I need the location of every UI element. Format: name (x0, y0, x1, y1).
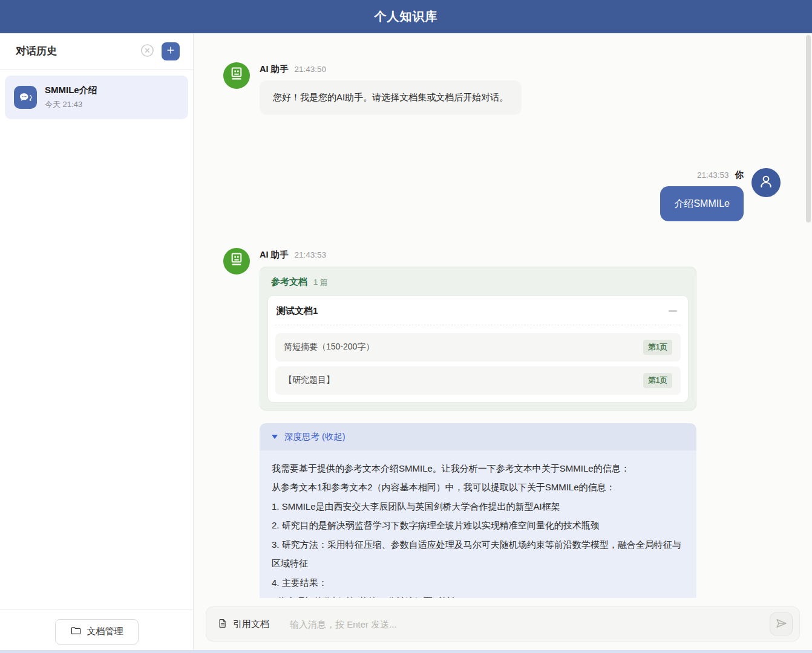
conversation-item-smmile[interactable]: SMMILe介绍 今天 21:43 (5, 76, 188, 119)
message-body: AI 助手 21:43:50 您好！我是您的AI助手。请选择文档集或文档后开始对… (260, 62, 522, 115)
app-title: 个人知识库 (375, 8, 438, 25)
robot-icon (228, 251, 246, 271)
conversation-history-title: 对话历史 (16, 44, 57, 58)
chat-main: AI 助手 21:43:50 您好！我是您的AI助手。请选择文档集或文档后开始对… (194, 33, 812, 653)
manage-documents-label: 文档管理 (87, 626, 123, 637)
scrollbar-thumb[interactable] (806, 35, 811, 223)
message-body: 21:43:53 你 介绍SMMILe (660, 168, 744, 221)
thinking-line: 3. 研究方法：采用特征压缩、参数自适应处理及马尔可夫随机场约束等前沿数学模型，… (272, 535, 684, 573)
message-meta: AI 助手 21:43:50 (260, 63, 522, 75)
ai-avatar (223, 248, 250, 275)
sender-name: AI 助手 (260, 63, 289, 75)
thinking-line: - 将病理切片分析时间从约20分钟缩短至1秒钟 (272, 592, 684, 598)
clear-history-button[interactable] (140, 44, 154, 59)
document-card-header: 测试文档1 (275, 305, 681, 317)
message-time: 21:43:53 (697, 171, 729, 180)
sidebar-header: 对话历史 (0, 33, 193, 70)
message-time: 21:43:50 (295, 65, 327, 74)
ai-answer-message: AI 助手 21:43:53 参考文档 1 篇 测试文档1 (223, 248, 781, 599)
user-avatar (751, 168, 781, 197)
ai-greeting-message: AI 助手 21:43:50 您好！我是您的AI助手。请选择文档集或文档后开始对… (223, 62, 781, 115)
thinking-line: 我需要基于提供的参考文本介绍SMMILe。让我分析一下参考文本中关于SMMILe… (272, 459, 684, 478)
ai-message-bubble: 您好！我是您的AI助手。请选择文档集或文档后开始对话。 (260, 80, 522, 115)
snippet-text: 【研究题目】 (284, 375, 335, 386)
sidebar-footer: 文档管理 (0, 609, 193, 653)
thinking-line: 2. 研究目的是解决弱监督学习下数字病理全玻片难以实现精准空间量化的技术瓶颈 (272, 516, 684, 535)
references-header: 参考文档 1 篇 (260, 267, 696, 295)
ai-avatar (223, 62, 250, 89)
folder-icon (70, 625, 82, 638)
app-header: 个人知识库 (0, 0, 812, 33)
reference-document-button[interactable]: 引用文档 (216, 616, 270, 633)
divider (275, 325, 681, 325)
collapse-document-button[interactable] (666, 308, 679, 314)
composer: 引用文档 (194, 598, 812, 650)
manage-documents-button[interactable]: 文档管理 (55, 619, 139, 645)
thinking-line: 从参考文本1和参考文本2（内容基本相同）中，我可以提取以下关于SMMILe的信息… (272, 478, 684, 497)
sidebar: 对话历史 (0, 33, 194, 653)
sidebar-actions (140, 42, 180, 60)
reference-document-label: 引用文档 (233, 619, 269, 630)
conversation-title: SMMILe介绍 (45, 85, 97, 96)
message-meta: AI 助手 21:43:53 (260, 249, 696, 261)
snippet-row[interactable]: 【研究题目】 第1页 (275, 366, 681, 395)
thinking-toggle[interactable]: 深度思考 (收起) (260, 423, 696, 450)
references-title: 参考文档 (271, 276, 307, 288)
close-circle-icon (140, 44, 154, 59)
message-body: AI 助手 21:43:53 参考文档 1 篇 测试文档1 (260, 248, 696, 599)
message-meta: 21:43:53 你 (697, 169, 744, 181)
document-icon (217, 618, 228, 631)
thinking-content: 我需要基于提供的参考文本介绍SMMILe。让我分析一下参考文本中关于SMMILe… (260, 450, 696, 599)
user-message-bubble: 介绍SMMILe (660, 186, 744, 221)
person-icon (757, 172, 775, 193)
page-badge: 第1页 (643, 340, 672, 355)
plus-icon (165, 44, 177, 58)
new-conversation-button[interactable] (162, 42, 180, 60)
message-input[interactable] (290, 619, 770, 629)
sender-name: 你 (735, 169, 744, 181)
snippet-row[interactable]: 简短摘要（150-200字） 第1页 (275, 333, 681, 362)
conversation-list: SMMILe介绍 今天 21:43 (0, 70, 193, 609)
composer-bar: 引用文档 (206, 606, 800, 642)
document-title: 测试文档1 (277, 305, 318, 317)
chat-bubbles-icon (14, 86, 37, 109)
minus-icon (669, 310, 677, 312)
references-count: 1 篇 (313, 277, 328, 288)
send-button[interactable] (770, 612, 793, 635)
conversation-time: 今天 21:43 (45, 99, 97, 110)
message-time: 21:43:53 (295, 250, 327, 259)
send-icon (774, 617, 788, 632)
content: 对话历史 (0, 33, 812, 653)
bottom-strip (0, 650, 812, 653)
page-badge: 第1页 (643, 373, 672, 388)
thinking-line: 1. SMMILe是由西安交大李辰团队与英国剑桥大学合作提出的新型AI框架 (272, 497, 684, 516)
document-card: 测试文档1 简短摘要（150-200字） 第1页 (267, 295, 689, 403)
conversation-meta: SMMILe介绍 今天 21:43 (45, 85, 97, 110)
thinking-panel: 深度思考 (收起) 我需要基于提供的参考文本介绍SMMILe。让我分析一下参考文… (260, 423, 696, 599)
app-window: 个人知识库 对话历史 (0, 0, 812, 653)
user-message: 21:43:53 你 介绍SMMILe (223, 168, 781, 221)
message-list: AI 助手 21:43:50 您好！我是您的AI助手。请选择文档集或文档后开始对… (194, 33, 812, 598)
sender-name: AI 助手 (260, 249, 289, 261)
chevron-down-icon (272, 435, 278, 439)
snippet-list: 简短摘要（150-200字） 第1页 【研究题目】 第1页 (275, 333, 681, 395)
thinking-toggle-label: 深度思考 (收起) (284, 431, 345, 443)
robot-icon (228, 65, 246, 86)
snippet-text: 简短摘要（150-200字） (284, 342, 374, 352)
references-panel: 参考文档 1 篇 测试文档1 (260, 267, 696, 411)
thinking-line: 4. 主要结果： (272, 573, 684, 593)
